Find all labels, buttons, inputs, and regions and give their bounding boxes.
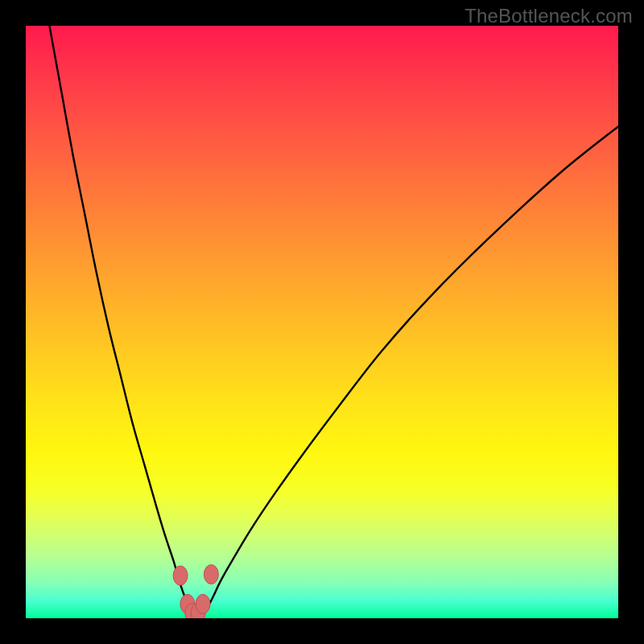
watermark-text: TheBottleneck.com xyxy=(464,5,633,27)
bottleneck-curve xyxy=(49,26,618,616)
optimal-marker xyxy=(173,566,188,585)
chart-overlay xyxy=(26,26,618,618)
optimal-marker xyxy=(204,565,218,584)
chart-frame: TheBottleneck.com xyxy=(0,0,644,644)
optimal-markers xyxy=(173,565,218,618)
plot-area xyxy=(26,26,618,618)
optimal-marker xyxy=(196,594,210,613)
